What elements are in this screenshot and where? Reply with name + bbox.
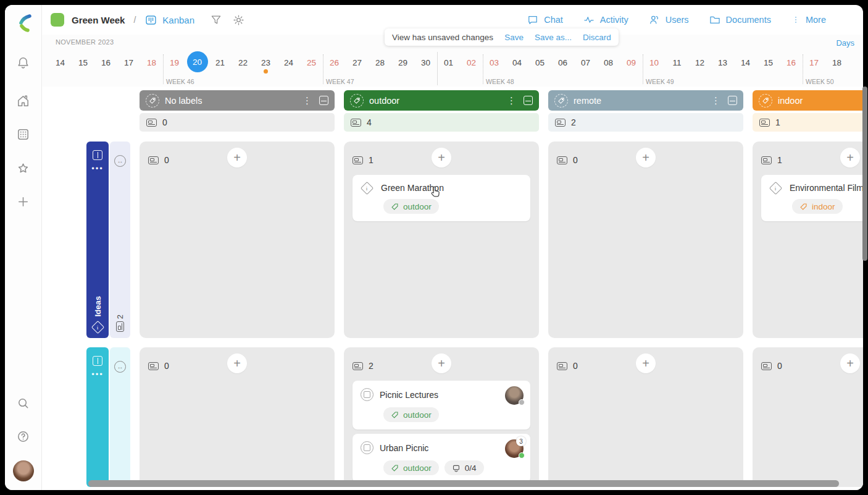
label-chip-indoor[interactable]: indoor: [792, 199, 843, 214]
add-card-button[interactable]: +: [840, 353, 860, 373]
project-color-icon[interactable]: [51, 13, 64, 27]
expand-icon[interactable]: ↔: [114, 361, 126, 373]
timeline-day[interactable]: 03WEEK 48: [483, 51, 506, 85]
timeline-day[interactable]: 14: [734, 51, 757, 85]
timeline-day[interactable]: 26WEEK 47: [323, 51, 346, 85]
swimlane-side-strip[interactable]: ↔: [110, 347, 130, 487]
timeline-day[interactable]: 06: [551, 51, 574, 85]
timeline-day[interactable]: 17: [117, 51, 140, 85]
swimlane-bar[interactable]: •••: [86, 347, 109, 487]
add-card-button[interactable]: +: [227, 148, 247, 167]
search-icon[interactable]: [15, 395, 31, 411]
add-card-button[interactable]: +: [432, 148, 451, 167]
user-avatar[interactable]: [13, 460, 34, 481]
timeline-day[interactable]: 17WEEK 50: [803, 51, 825, 85]
spaces-grid-icon[interactable]: [15, 126, 31, 142]
label-chip-outdoor[interactable]: outdoor: [383, 407, 439, 422]
settings-gear-icon[interactable]: [232, 13, 245, 27]
column-header[interactable]: No labels ⋮: [140, 90, 335, 111]
home-icon[interactable]: [15, 93, 31, 109]
swimlane-bar[interactable]: ••• Ideas i: [86, 142, 109, 338]
timeline-day[interactable]: 24: [277, 51, 300, 85]
label-chip-outdoor[interactable]: outdoor: [383, 460, 439, 475]
add-card-button[interactable]: +: [227, 353, 247, 373]
expand-icon[interactable]: ↔: [114, 155, 126, 167]
card-green-marathon[interactable]: i Green Marathon outdoor: [353, 175, 530, 221]
timeline-day[interactable]: 23: [254, 51, 277, 85]
timeline-day[interactable]: 20: [186, 51, 209, 85]
swimlane-menu-icon[interactable]: •••: [91, 164, 104, 173]
add-card-button[interactable]: +: [432, 353, 451, 373]
app-logo-icon[interactable]: [13, 12, 34, 35]
timeline-day[interactable]: 15: [72, 51, 94, 85]
column-menu-icon[interactable]: ⋮: [303, 95, 312, 106]
column-collapse-icon[interactable]: [319, 96, 328, 105]
timeline-day[interactable]: 28: [369, 51, 391, 85]
timeline-day[interactable]: 29: [391, 51, 414, 85]
timeline-day[interactable]: 09: [620, 51, 643, 85]
horizontal-scrollbar[interactable]: [88, 480, 839, 487]
add-card-button[interactable]: +: [636, 353, 656, 373]
timeline-day[interactable]: 02: [460, 51, 483, 85]
discard-button[interactable]: Discard: [583, 33, 611, 42]
nav-chat[interactable]: Chat: [527, 14, 563, 26]
filter-icon[interactable]: [209, 13, 223, 27]
timeline-day[interactable]: 01: [437, 51, 460, 85]
timeline-day[interactable]: 04: [506, 51, 528, 85]
timeline-day[interactable]: 08: [597, 51, 620, 85]
save-as-button[interactable]: Save as...: [535, 33, 572, 42]
add-icon[interactable]: [15, 193, 31, 209]
timeline-day[interactable]: 18: [140, 51, 163, 85]
column-header[interactable]: remote ⋮: [548, 90, 743, 111]
nav-activity[interactable]: Activity: [583, 14, 628, 26]
notifications-icon[interactable]: [15, 54, 31, 70]
project-title[interactable]: Green Week: [72, 15, 125, 25]
column-header[interactable]: indoor ⋮: [753, 90, 863, 111]
nav-users[interactable]: Users: [648, 14, 689, 26]
timeline-day[interactable]: 11: [666, 51, 688, 85]
nav-more[interactable]: More: [791, 14, 826, 26]
card-picnic-lectures[interactable]: Picnic Lectures outdoor: [353, 381, 530, 429]
column-menu-icon[interactable]: ⋮: [507, 95, 516, 106]
timeline-day[interactable]: 21: [209, 51, 232, 85]
timeline-day[interactable]: 05: [528, 51, 551, 85]
swimlane-side-strip[interactable]: ↔ 2: [110, 142, 130, 338]
swimlane-collapse-icon[interactable]: [93, 150, 102, 160]
timeline-scale-toggle[interactable]: Days: [836, 38, 854, 48]
timeline-day[interactable]: 15: [757, 51, 780, 85]
add-card-button[interactable]: +: [636, 148, 656, 167]
label-chip-outdoor[interactable]: outdoor: [383, 199, 439, 214]
card-urban-picnic[interactable]: Urban Picnic 3 ou: [353, 434, 530, 483]
favorites-star-icon[interactable]: [15, 160, 31, 176]
column-collapse-icon[interactable]: [524, 96, 533, 105]
timeline-day[interactable]: 30: [414, 51, 437, 85]
timeline-day[interactable]: 22: [232, 51, 254, 85]
timeline-day[interactable]: 25: [300, 51, 323, 85]
assignee-avatar[interactable]: [505, 386, 524, 405]
help-icon[interactable]: [15, 428, 31, 444]
swimlane-menu-icon[interactable]: •••: [91, 370, 104, 379]
timeline-day[interactable]: 16: [94, 51, 117, 85]
timeline-day[interactable]: 18: [825, 51, 848, 85]
column-collapse-icon[interactable]: [728, 96, 737, 105]
column-menu-icon[interactable]: ⋮: [711, 95, 720, 106]
timeline-day[interactable]: 16: [780, 51, 803, 85]
checklist-chip[interactable]: 0/4: [444, 460, 484, 475]
timeline-day[interactable]: 10WEEK 49: [643, 51, 666, 85]
assignee-avatar[interactable]: 3: [505, 439, 524, 458]
column-header[interactable]: outdoor ⋮: [344, 90, 539, 111]
vertical-scrollbar[interactable]: [862, 87, 867, 261]
timeline-day[interactable]: 27: [346, 51, 369, 85]
timeline-day[interactable]: 12: [688, 51, 711, 85]
view-selector[interactable]: Kanban: [144, 14, 194, 27]
nav-documents[interactable]: Documents: [709, 14, 771, 26]
timeline-day[interactable]: 14: [49, 51, 72, 85]
timeline-day[interactable]: 19WEEK 46: [163, 51, 186, 85]
timeline-day[interactable]: 07: [574, 51, 597, 85]
save-button[interactable]: Save: [504, 33, 524, 42]
timeline-day[interactable]: 13: [711, 51, 734, 85]
card-environmental-film-festival[interactable]: i Environmental Film Festival indoor: [761, 175, 863, 221]
swimlane-collapse-icon[interactable]: [93, 356, 102, 366]
column-headers: No labels ⋮ 0 outdoor ⋮: [140, 90, 863, 132]
add-card-button[interactable]: +: [840, 148, 860, 167]
